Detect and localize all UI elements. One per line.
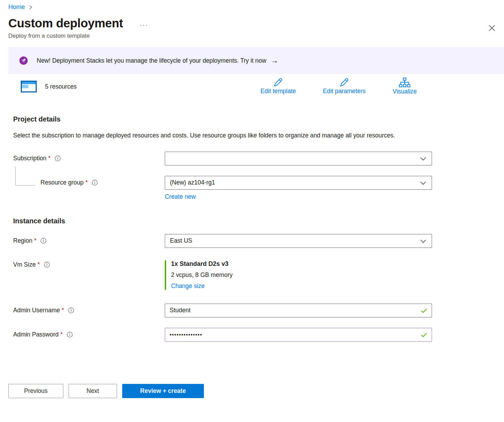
close-icon: [489, 25, 495, 31]
valid-check-icon: [421, 308, 427, 313]
announcement-banner: New! Deployment Stacks let you manage th…: [8, 47, 504, 74]
required-asterisk: *: [86, 179, 88, 186]
visualize-button[interactable]: Visualize: [393, 78, 417, 95]
edit-parameters-button[interactable]: Edit parameters: [323, 78, 366, 95]
visualize-label: Visualize: [393, 88, 417, 95]
page-subtitle: Deploy from a custom template: [0, 33, 504, 39]
vm-size-label-cell: Vm Size *: [13, 260, 165, 268]
resource-group-control-cell: (New) az104-rg1: [165, 176, 432, 190]
vm-size-control-cell: 1x Standard D2s v3 2 vcpus, 8 GB memory …: [165, 260, 432, 290]
admin-password-label-cell: Admin Password *: [13, 331, 165, 338]
template-actions: Edit template Edit parameters Visualize: [261, 78, 417, 95]
chevron-down-icon: [420, 240, 426, 243]
review-create-button[interactable]: Review + create: [122, 384, 204, 398]
breadcrumb: Home: [0, 0, 504, 11]
create-new-link[interactable]: Create new: [165, 193, 196, 200]
region-value: East US: [170, 237, 192, 244]
subscription-dropdown[interactable]: [165, 152, 432, 165]
valid-check-icon: [421, 333, 427, 337]
admin-username-input[interactable]: [165, 304, 432, 317]
region-dropdown[interactable]: East US: [165, 234, 432, 248]
region-label: Region: [13, 237, 32, 244]
template-bar: 5 resources Edit template Edit parameter…: [0, 74, 504, 97]
required-asterisk: *: [34, 237, 36, 244]
section-heading-project-details: Project details: [13, 115, 504, 123]
org-chart-icon: [399, 78, 411, 88]
subscription-control-cell: [165, 152, 432, 165]
create-new-row: Create new: [0, 193, 504, 200]
vm-size-label: Vm Size: [13, 261, 36, 268]
resource-group-dropdown[interactable]: (New) az104-rg1: [165, 176, 432, 190]
page-title: Custom deployment: [8, 16, 123, 30]
admin-password-control-cell: [165, 328, 432, 342]
info-icon[interactable]: [55, 155, 61, 161]
template-icon: [21, 81, 37, 92]
subscription-label: Subscription: [13, 155, 46, 162]
required-asterisk: *: [60, 331, 63, 338]
region-control-cell: East US: [165, 234, 432, 248]
admin-username-field: [165, 304, 432, 317]
chevron-right-icon: [29, 5, 32, 10]
tree-connector: [15, 167, 35, 186]
vm-size-specs: 2 vcpus, 8 GB memory: [171, 271, 432, 279]
subscription-row: Subscription *: [0, 152, 504, 165]
custom-deployment-page: Home Custom deployment ··· Deploy from a…: [0, 0, 504, 422]
subscription-label-cell: Subscription *: [13, 155, 165, 162]
region-row: Region * East US: [0, 234, 504, 248]
admin-password-row: Admin Password *: [0, 328, 504, 342]
info-icon[interactable]: [44, 262, 50, 268]
required-asterisk: *: [37, 261, 40, 268]
admin-username-control-cell: [165, 304, 432, 317]
close-button[interactable]: [487, 23, 497, 34]
edit-template-button[interactable]: Edit template: [261, 78, 296, 95]
breadcrumb-home-link[interactable]: Home: [8, 3, 25, 11]
pencil-icon: [273, 78, 284, 87]
vm-size-link-row: Change size: [171, 282, 432, 290]
banner-message: New! Deployment Stacks let you manage th…: [37, 57, 266, 64]
previous-button[interactable]: Previous: [8, 384, 63, 398]
banner-try-it-now-arrow-link[interactable]: →: [271, 56, 278, 65]
section-heading-instance-details: Instance details: [13, 217, 504, 225]
info-icon[interactable]: [67, 332, 73, 338]
region-label-cell: Region *: [13, 237, 165, 244]
more-options-button[interactable]: ···: [140, 19, 148, 28]
edit-parameters-label: Edit parameters: [323, 88, 366, 95]
info-icon[interactable]: [92, 180, 98, 186]
chevron-down-icon: [420, 157, 426, 161]
admin-password-field: [165, 328, 432, 342]
resource-group-label: Resource group: [40, 179, 84, 186]
page-header: Custom deployment ···: [0, 16, 504, 30]
vm-size-title: 1x Standard D2s v3: [171, 260, 432, 268]
deployment-form: Subscription * Resource group *: [0, 152, 504, 342]
required-asterisk: *: [62, 307, 64, 314]
vm-size-row: Vm Size * 1x Standard D2s v3 2 vcpus, 8 …: [0, 260, 504, 290]
resource-group-row: Resource group * (New) az104-rg1: [0, 176, 504, 190]
info-icon[interactable]: [40, 238, 46, 244]
admin-username-label: Admin Username: [13, 307, 60, 314]
admin-password-label: Admin Password: [13, 331, 58, 338]
required-asterisk: *: [48, 155, 51, 162]
vm-size-summary: 1x Standard D2s v3 2 vcpus, 8 GB memory …: [165, 260, 432, 290]
resources-count: 5 resources: [45, 83, 76, 90]
edit-template-label: Edit template: [261, 88, 296, 95]
admin-password-input[interactable]: [165, 328, 432, 342]
project-details-description: Select the subscription to manage deploy…: [13, 130, 411, 141]
admin-username-label-cell: Admin Username *: [13, 307, 165, 314]
resource-group-value: (New) az104-rg1: [170, 179, 215, 186]
admin-username-row: Admin Username *: [0, 304, 504, 317]
footer-actions: Previous Next Review + create: [8, 384, 504, 398]
next-button[interactable]: Next: [69, 384, 117, 398]
template-resources: 5 resources: [21, 81, 76, 95]
change-size-link[interactable]: Change size: [171, 282, 205, 289]
pencil-icon: [339, 78, 350, 87]
info-icon[interactable]: [68, 307, 74, 313]
rocket-icon: [19, 56, 28, 65]
chevron-down-icon: [420, 181, 426, 185]
resource-group-label-cell: Resource group *: [13, 179, 165, 186]
